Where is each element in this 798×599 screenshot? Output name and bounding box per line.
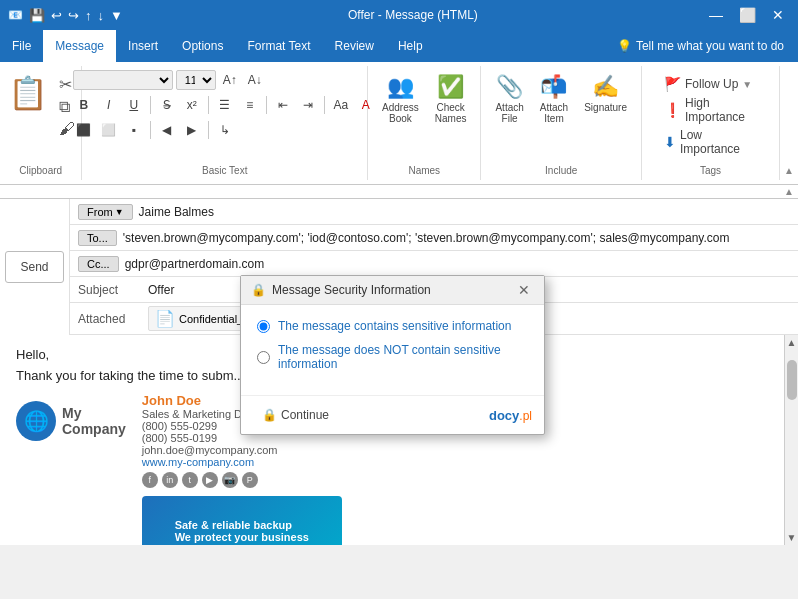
modal-header: 🔒 Message Security Information ✕	[241, 276, 544, 305]
modal-body: The message contains sensitive informati…	[241, 305, 544, 395]
modal-overlay: 🔒 Message Security Information ✕ The mes…	[0, 0, 798, 599]
security-modal: 🔒 Message Security Information ✕ The mes…	[240, 275, 545, 435]
continue-icon: 🔒	[262, 408, 277, 422]
option1-text: The message contains sensitive informati…	[278, 319, 511, 333]
modal-title-text: Message Security Information	[272, 283, 431, 297]
continue-button[interactable]: 🔒 Continue	[253, 404, 338, 426]
modal-logo: docy.pl	[489, 408, 532, 423]
logo-text: docy	[489, 408, 519, 423]
option1-label[interactable]: The message contains sensitive informati…	[257, 319, 528, 333]
modal-title: 🔒 Message Security Information	[251, 283, 431, 297]
option2-radio[interactable]	[257, 351, 270, 364]
modal-footer: 🔒 Continue docy.pl	[241, 395, 544, 434]
modal-close-button[interactable]: ✕	[514, 282, 534, 298]
logo-dot: .pl	[519, 409, 532, 423]
option2-label[interactable]: The message does NOT contain sensitive i…	[257, 343, 528, 371]
continue-label: Continue	[281, 408, 329, 422]
option1-radio[interactable]	[257, 320, 270, 333]
option2-text: The message does NOT contain sensitive i…	[278, 343, 528, 371]
modal-security-icon: 🔒	[251, 283, 266, 297]
